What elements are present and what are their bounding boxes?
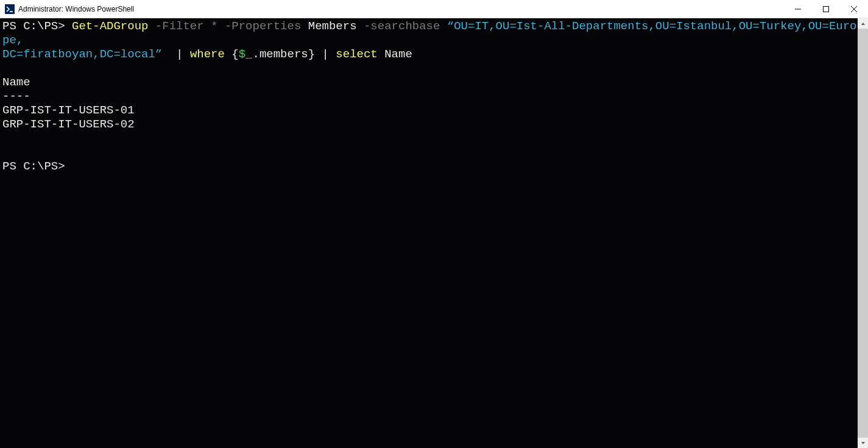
wildcard: * [211, 20, 217, 33]
pipe-operator: | [176, 48, 183, 61]
svg-rect-1 [824, 6, 829, 12]
searchbase-string-part2: DC=firatboyan,DC=local” [2, 48, 162, 61]
maximize-button[interactable] [812, 0, 840, 18]
scroll-up-arrow-icon[interactable] [858, 18, 868, 29]
cmdlet-name: Get-ADGroup [72, 20, 148, 33]
column-divider: ---- [2, 90, 30, 103]
brace-close: } [308, 48, 315, 61]
column-header: Name [2, 76, 30, 89]
vertical-scrollbar[interactable] [858, 18, 868, 448]
where-keyword: where [190, 48, 225, 61]
dollar-underscore: $_ [239, 48, 253, 61]
prompt-text: PS C:\PS> [2, 160, 65, 173]
prompt-text: PS C:\PS> [2, 20, 65, 33]
brace-open: { [231, 48, 238, 61]
param-value-members: Members [308, 20, 357, 33]
param-properties: -Properties [225, 20, 301, 33]
console-area: PS C:\PS> Get-ADGroup -Filter * -Propert… [0, 18, 868, 448]
pipe-operator: | [322, 48, 329, 61]
members-property: .members [253, 48, 308, 61]
select-arg: Name [384, 48, 412, 61]
param-searchbase: -searchbase [364, 20, 440, 33]
window-title: Administrator: Windows PowerShell [18, 5, 134, 13]
window-controls [784, 0, 868, 18]
scroll-down-arrow-icon[interactable] [858, 438, 868, 448]
result-row: GRP-IST-IT-USERS-01 [2, 104, 135, 117]
titlebar: Administrator: Windows PowerShell [0, 0, 868, 18]
minimize-button[interactable] [784, 0, 812, 18]
result-row: GRP-IST-IT-USERS-02 [2, 118, 135, 131]
scroll-thumb[interactable] [858, 29, 868, 438]
param-filter: -Filter [155, 20, 204, 33]
scroll-track[interactable] [858, 29, 868, 438]
powershell-icon [5, 4, 15, 14]
close-button[interactable] [840, 0, 868, 18]
terminal-output[interactable]: PS C:\PS> Get-ADGroup -Filter * -Propert… [0, 18, 858, 448]
select-keyword: select [336, 48, 377, 61]
